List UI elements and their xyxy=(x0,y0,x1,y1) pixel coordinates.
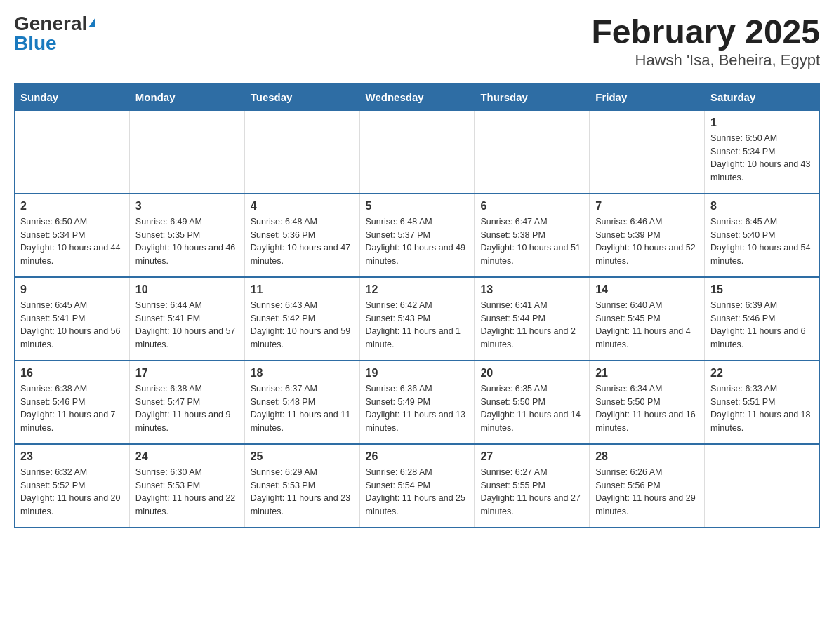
logo: General Blue xyxy=(14,14,95,53)
calendar-cell xyxy=(15,110,130,194)
calendar-cell: 7Sunrise: 6:46 AMSunset: 5:39 PMDaylight… xyxy=(590,194,705,277)
calendar-cell xyxy=(475,110,590,194)
day-number: 20 xyxy=(480,367,583,380)
day-info: Sunrise: 6:35 AMSunset: 5:50 PMDaylight:… xyxy=(480,382,583,435)
day-number: 11 xyxy=(251,283,354,296)
day-info: Sunrise: 6:43 AMSunset: 5:42 PMDaylight:… xyxy=(251,299,354,351)
calendar-header: Sunday Monday Tuesday Wednesday Thursday… xyxy=(15,83,820,110)
calendar-week-5: 23Sunrise: 6:32 AMSunset: 5:52 PMDayligh… xyxy=(15,444,820,528)
calendar-cell: 15Sunrise: 6:39 AMSunset: 5:46 PMDayligh… xyxy=(705,277,820,361)
day-number: 14 xyxy=(595,283,699,296)
calendar-cell xyxy=(244,110,359,194)
calendar-cell: 25Sunrise: 6:29 AMSunset: 5:53 PMDayligh… xyxy=(244,444,359,528)
day-number: 26 xyxy=(366,450,469,463)
day-number: 2 xyxy=(20,200,124,213)
calendar-cell: 19Sunrise: 6:36 AMSunset: 5:49 PMDayligh… xyxy=(359,361,475,444)
day-info: Sunrise: 6:48 AMSunset: 5:37 PMDaylight:… xyxy=(366,215,469,268)
day-info: Sunrise: 6:45 AMSunset: 5:41 PMDaylight:… xyxy=(20,299,124,351)
day-number: 18 xyxy=(251,367,354,380)
calendar-cell: 26Sunrise: 6:28 AMSunset: 5:54 PMDayligh… xyxy=(359,444,475,528)
logo-triangle-icon xyxy=(88,18,95,27)
day-info: Sunrise: 6:38 AMSunset: 5:47 PMDaylight:… xyxy=(135,382,239,435)
day-number: 25 xyxy=(251,450,354,463)
day-info: Sunrise: 6:30 AMSunset: 5:53 PMDaylight:… xyxy=(135,466,239,518)
day-number: 21 xyxy=(595,367,699,380)
day-info: Sunrise: 6:40 AMSunset: 5:45 PMDaylight:… xyxy=(595,299,699,351)
day-number: 9 xyxy=(20,283,124,296)
day-number: 22 xyxy=(710,367,814,380)
calendar-cell: 6Sunrise: 6:47 AMSunset: 5:38 PMDaylight… xyxy=(475,194,590,277)
calendar-week-2: 2Sunrise: 6:50 AMSunset: 5:34 PMDaylight… xyxy=(15,194,820,277)
day-info: Sunrise: 6:47 AMSunset: 5:38 PMDaylight:… xyxy=(480,215,583,268)
header-thursday: Thursday xyxy=(475,83,590,110)
logo-general-text: General xyxy=(14,14,87,34)
calendar-cell: 22Sunrise: 6:33 AMSunset: 5:51 PMDayligh… xyxy=(705,361,820,444)
day-info: Sunrise: 6:42 AMSunset: 5:43 PMDaylight:… xyxy=(366,299,469,351)
calendar-cell: 12Sunrise: 6:42 AMSunset: 5:43 PMDayligh… xyxy=(359,277,475,361)
day-info: Sunrise: 6:39 AMSunset: 5:46 PMDaylight:… xyxy=(710,299,814,351)
calendar-cell: 27Sunrise: 6:27 AMSunset: 5:55 PMDayligh… xyxy=(475,444,590,528)
day-info: Sunrise: 6:28 AMSunset: 5:54 PMDaylight:… xyxy=(366,466,469,518)
day-header-row: Sunday Monday Tuesday Wednesday Thursday… xyxy=(15,83,820,110)
day-number: 23 xyxy=(20,450,124,463)
calendar-week-1: 1Sunrise: 6:50 AMSunset: 5:34 PMDaylight… xyxy=(15,110,820,194)
calendar-cell: 9Sunrise: 6:45 AMSunset: 5:41 PMDaylight… xyxy=(15,277,130,361)
day-number: 16 xyxy=(20,367,124,380)
day-number: 17 xyxy=(135,367,239,380)
calendar-table: Sunday Monday Tuesday Wednesday Thursday… xyxy=(14,83,820,528)
day-info: Sunrise: 6:48 AMSunset: 5:36 PMDaylight:… xyxy=(251,215,354,268)
calendar-cell xyxy=(705,444,820,528)
header-monday: Monday xyxy=(129,83,244,110)
calendar-cell xyxy=(129,110,244,194)
header-wednesday: Wednesday xyxy=(359,83,475,110)
title-area: February 2025 Hawsh 'Isa, Beheira, Egypt xyxy=(591,14,820,69)
day-info: Sunrise: 6:44 AMSunset: 5:41 PMDaylight:… xyxy=(135,299,239,351)
header-sunday: Sunday xyxy=(15,83,130,110)
logo-blue-text: Blue xyxy=(14,34,57,53)
calendar-cell: 13Sunrise: 6:41 AMSunset: 5:44 PMDayligh… xyxy=(475,277,590,361)
day-info: Sunrise: 6:50 AMSunset: 5:34 PMDaylight:… xyxy=(710,132,814,185)
day-number: 12 xyxy=(366,283,469,296)
day-info: Sunrise: 6:46 AMSunset: 5:39 PMDaylight:… xyxy=(595,215,699,268)
day-number: 13 xyxy=(480,283,583,296)
calendar-cell xyxy=(359,110,475,194)
calendar-cell: 2Sunrise: 6:50 AMSunset: 5:34 PMDaylight… xyxy=(15,194,130,277)
day-info: Sunrise: 6:49 AMSunset: 5:35 PMDaylight:… xyxy=(135,215,239,268)
day-number: 15 xyxy=(710,283,814,296)
day-number: 8 xyxy=(710,200,814,213)
day-number: 27 xyxy=(480,450,583,463)
day-info: Sunrise: 6:29 AMSunset: 5:53 PMDaylight:… xyxy=(251,466,354,518)
day-number: 7 xyxy=(595,200,699,213)
calendar-cell: 11Sunrise: 6:43 AMSunset: 5:42 PMDayligh… xyxy=(244,277,359,361)
day-info: Sunrise: 6:45 AMSunset: 5:40 PMDaylight:… xyxy=(710,215,814,268)
day-number: 1 xyxy=(710,116,814,129)
day-number: 5 xyxy=(366,200,469,213)
calendar-cell xyxy=(590,110,705,194)
day-number: 28 xyxy=(595,450,699,463)
calendar-cell: 10Sunrise: 6:44 AMSunset: 5:41 PMDayligh… xyxy=(129,277,244,361)
calendar-cell: 28Sunrise: 6:26 AMSunset: 5:56 PMDayligh… xyxy=(590,444,705,528)
day-number: 4 xyxy=(251,200,354,213)
day-info: Sunrise: 6:36 AMSunset: 5:49 PMDaylight:… xyxy=(366,382,469,435)
day-info: Sunrise: 6:27 AMSunset: 5:55 PMDaylight:… xyxy=(480,466,583,518)
calendar-cell: 23Sunrise: 6:32 AMSunset: 5:52 PMDayligh… xyxy=(15,444,130,528)
calendar-cell: 24Sunrise: 6:30 AMSunset: 5:53 PMDayligh… xyxy=(129,444,244,528)
calendar-cell: 3Sunrise: 6:49 AMSunset: 5:35 PMDaylight… xyxy=(129,194,244,277)
day-number: 3 xyxy=(135,200,239,213)
calendar-cell: 1Sunrise: 6:50 AMSunset: 5:34 PMDaylight… xyxy=(705,110,820,194)
header-tuesday: Tuesday xyxy=(244,83,359,110)
calendar-week-4: 16Sunrise: 6:38 AMSunset: 5:46 PMDayligh… xyxy=(15,361,820,444)
day-info: Sunrise: 6:38 AMSunset: 5:46 PMDaylight:… xyxy=(20,382,124,435)
header-saturday: Saturday xyxy=(705,83,820,110)
calendar-body: 1Sunrise: 6:50 AMSunset: 5:34 PMDaylight… xyxy=(15,110,820,528)
page-header: General Blue February 2025 Hawsh 'Isa, B… xyxy=(14,14,820,69)
calendar-week-3: 9Sunrise: 6:45 AMSunset: 5:41 PMDaylight… xyxy=(15,277,820,361)
day-info: Sunrise: 6:33 AMSunset: 5:51 PMDaylight:… xyxy=(710,382,814,435)
day-info: Sunrise: 6:34 AMSunset: 5:50 PMDaylight:… xyxy=(595,382,699,435)
header-friday: Friday xyxy=(590,83,705,110)
day-number: 19 xyxy=(366,367,469,380)
page-subtitle: Hawsh 'Isa, Beheira, Egypt xyxy=(591,51,820,69)
calendar-cell: 5Sunrise: 6:48 AMSunset: 5:37 PMDaylight… xyxy=(359,194,475,277)
day-number: 24 xyxy=(135,450,239,463)
day-info: Sunrise: 6:41 AMSunset: 5:44 PMDaylight:… xyxy=(480,299,583,351)
